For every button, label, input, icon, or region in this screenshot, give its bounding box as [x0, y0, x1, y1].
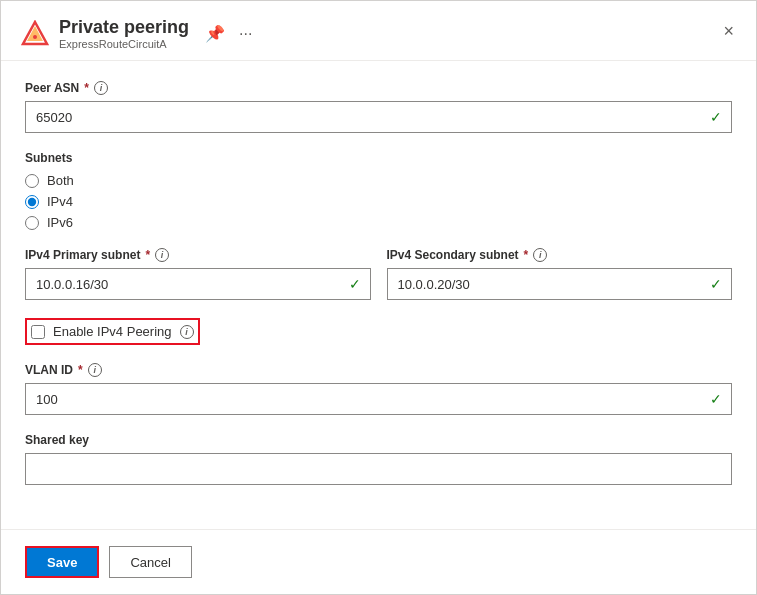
subnet-ipv6-label: IPv6 [47, 215, 73, 230]
peer-asn-label: Peer ASN * i [25, 81, 732, 95]
peer-asn-check-icon: ✓ [710, 109, 722, 125]
ipv4-primary-info-icon[interactable]: i [155, 248, 169, 262]
peer-asn-input[interactable] [25, 101, 732, 133]
more-icon: ··· [239, 25, 252, 42]
peer-asn-info-icon[interactable]: i [94, 81, 108, 95]
subnet-ipv6-option[interactable]: IPv6 [25, 215, 732, 230]
ipv4-primary-input[interactable] [25, 268, 371, 300]
dialog-subtitle: ExpressRouteCircuitA [59, 38, 189, 50]
ipv4-primary-check-icon: ✓ [349, 276, 361, 292]
ipv4-secondary-info-icon[interactable]: i [533, 248, 547, 262]
ipv4-primary-required: * [145, 248, 150, 262]
peer-asn-group: Peer ASN * i ✓ [25, 81, 732, 133]
vlan-id-info-icon[interactable]: i [88, 363, 102, 377]
enable-peering-info-icon[interactable]: i [180, 325, 194, 339]
subnet-ipv6-radio[interactable] [25, 216, 39, 230]
save-button[interactable]: Save [25, 546, 99, 578]
vlan-id-required: * [78, 363, 83, 377]
subnet-both-label: Both [47, 173, 74, 188]
private-peering-dialog: Private peering ExpressRouteCircuitA 📌 ·… [0, 0, 757, 595]
vlan-id-check-icon: ✓ [710, 391, 722, 407]
ipv4-primary-input-wrapper: ✓ [25, 268, 371, 300]
vlan-id-group: VLAN ID * i ✓ [25, 363, 732, 415]
dialog-title: Private peering [59, 17, 189, 38]
pin-button[interactable]: 📌 [201, 22, 229, 45]
required-star: * [84, 81, 89, 95]
dialog-footer: Save Cancel [1, 529, 756, 594]
subnet-ipv4-label: IPv4 [47, 194, 73, 209]
subnet-options: Both IPv4 IPv6 [25, 173, 732, 230]
ipv4-primary-group: IPv4 Primary subnet * i ✓ [25, 248, 371, 300]
pin-icon: 📌 [205, 25, 225, 42]
close-icon: × [723, 21, 734, 41]
vlan-id-input-wrapper: ✓ [25, 383, 732, 415]
ipv4-secondary-label: IPv4 Secondary subnet * i [387, 248, 733, 262]
enable-peering-label[interactable]: Enable IPv4 Peering i [25, 318, 200, 345]
header-actions: 📌 ··· [201, 22, 256, 45]
enable-peering-checkbox[interactable] [31, 325, 45, 339]
title-group: Private peering ExpressRouteCircuitA [59, 17, 189, 50]
enable-peering-group: Enable IPv4 Peering i [25, 318, 732, 345]
more-button[interactable]: ··· [235, 23, 256, 45]
ipv4-subnet-row: IPv4 Primary subnet * i ✓ IPv4 Secondary… [25, 248, 732, 300]
dialog-body: Peer ASN * i ✓ Subnets Both IPv4 [1, 61, 756, 529]
subnet-both-option[interactable]: Both [25, 173, 732, 188]
svg-point-2 [33, 35, 37, 39]
shared-key-group: Shared key [25, 433, 732, 485]
ipv4-secondary-input-wrapper: ✓ [387, 268, 733, 300]
subnet-ipv4-option[interactable]: IPv4 [25, 194, 732, 209]
cancel-button[interactable]: Cancel [109, 546, 191, 578]
subnets-label: Subnets [25, 151, 732, 165]
ipv4-secondary-group: IPv4 Secondary subnet * i ✓ [387, 248, 733, 300]
ipv4-secondary-required: * [524, 248, 529, 262]
vlan-id-input[interactable] [25, 383, 732, 415]
dialog-header: Private peering ExpressRouteCircuitA 📌 ·… [1, 1, 756, 61]
shared-key-label: Shared key [25, 433, 732, 447]
subnets-group: Subnets Both IPv4 IPv6 [25, 151, 732, 230]
shared-key-input[interactable] [25, 453, 732, 485]
subnet-both-radio[interactable] [25, 174, 39, 188]
ipv4-primary-label: IPv4 Primary subnet * i [25, 248, 371, 262]
ipv4-secondary-input[interactable] [387, 268, 733, 300]
vlan-id-label: VLAN ID * i [25, 363, 732, 377]
subnet-ipv4-radio[interactable] [25, 195, 39, 209]
close-button[interactable]: × [717, 17, 740, 46]
enable-peering-text: Enable IPv4 Peering [53, 324, 172, 339]
express-route-icon [21, 20, 49, 48]
peer-asn-input-wrapper: ✓ [25, 101, 732, 133]
ipv4-secondary-check-icon: ✓ [710, 276, 722, 292]
